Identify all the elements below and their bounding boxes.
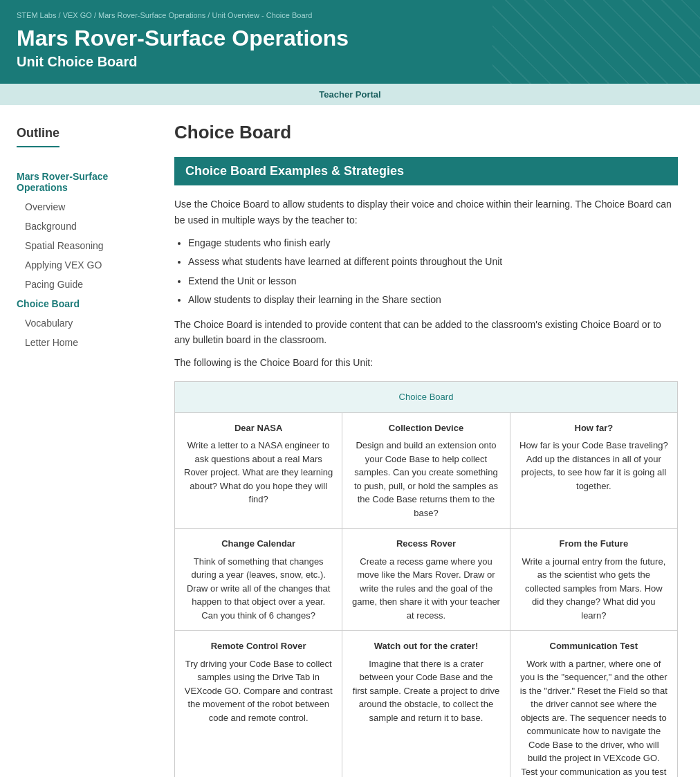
cell-title: Watch out for the crater! bbox=[351, 639, 501, 653]
sidebar: Outline Mars Rover-Surface OperationsOve… bbox=[0, 105, 152, 777]
table-row: Remote Control RoverTry driving your Cod… bbox=[175, 631, 678, 777]
table-cell-0-1: Collection DeviceDesign and build an ext… bbox=[342, 412, 510, 529]
sidebar-item-mars-rover[interactable]: Mars Rover-Surface Operations bbox=[17, 167, 141, 197]
following-text: The following is the Choice Board for th… bbox=[174, 355, 678, 370]
cell-title: Collection Device bbox=[351, 421, 501, 435]
table-cell-1-2: From the FutureWrite a journal entry fro… bbox=[510, 529, 677, 631]
choice-board-table: Choice Board Dear NASAWrite a letter to … bbox=[174, 381, 678, 777]
table-row: Dear NASAWrite a letter to a NASA engine… bbox=[175, 412, 678, 529]
table-cell-0-0: Dear NASAWrite a letter to a NASA engine… bbox=[175, 412, 342, 529]
table-cell-0-2: How far?How far is your Code Base travel… bbox=[510, 412, 677, 529]
main-content: Choice Board Choice Board Examples & Str… bbox=[152, 105, 700, 777]
cell-title: Remote Control Rover bbox=[183, 639, 333, 653]
cell-title: Communication Test bbox=[519, 639, 669, 653]
page-header: STEM Labs / VEX GO / Mars Rover-Surface … bbox=[0, 0, 700, 84]
table-cell-2-1: Watch out for the crater!Imagine that th… bbox=[342, 631, 510, 777]
intro-text: Use the Choice Board to allow students t… bbox=[174, 196, 678, 228]
sidebar-item-vocabulary[interactable]: Vocabulary bbox=[17, 313, 141, 333]
middle-text: The Choice Board is intended to provide … bbox=[174, 317, 678, 348]
choice-board-header-row: Choice Board bbox=[175, 382, 678, 413]
sidebar-item-overview[interactable]: Overview bbox=[17, 197, 141, 217]
sidebar-nav: Mars Rover-Surface OperationsOverviewBac… bbox=[17, 167, 141, 352]
teacher-portal-bar[interactable]: Teacher Portal bbox=[0, 84, 700, 105]
cell-title: Recess Rover bbox=[351, 537, 501, 551]
table-row: Change CalendarThink of something that c… bbox=[175, 529, 678, 631]
bullet-list: Engage students who finish earlyAssess w… bbox=[188, 235, 678, 309]
main-layout: Outline Mars Rover-Surface OperationsOve… bbox=[0, 105, 700, 777]
sidebar-item-choice-board[interactable]: Choice Board bbox=[17, 294, 141, 313]
header-subtitle: Unit Choice Board bbox=[17, 54, 683, 70]
breadcrumb: STEM Labs / VEX GO / Mars Rover-Surface … bbox=[17, 11, 683, 19]
bullet-item: Engage students who finish early bbox=[188, 235, 678, 252]
bullet-item: Allow students to display their learning… bbox=[188, 291, 678, 309]
cell-title: From the Future bbox=[519, 537, 669, 551]
header-title: Mars Rover-Surface Operations bbox=[17, 25, 683, 51]
cell-title: Change Calendar bbox=[183, 537, 333, 551]
sidebar-item-background[interactable]: Background bbox=[17, 217, 141, 236]
cell-title: How far? bbox=[519, 421, 669, 435]
info-box-title: Choice Board Examples & Strategies bbox=[185, 164, 404, 178]
cell-title: Dear NASA bbox=[183, 421, 333, 435]
sidebar-item-spatial-reasoning[interactable]: Spatial Reasoning bbox=[17, 236, 141, 255]
table-cell-1-0: Change CalendarThink of something that c… bbox=[175, 529, 342, 631]
page-title: Choice Board bbox=[174, 122, 678, 143]
sidebar-item-applying-vex-go[interactable]: Applying VEX GO bbox=[17, 255, 141, 275]
table-cell-2-0: Remote Control RoverTry driving your Cod… bbox=[175, 631, 342, 777]
choice-board-table-header: Choice Board bbox=[175, 382, 678, 413]
info-box: Choice Board Examples & Strategies bbox=[174, 157, 678, 185]
bullet-item: Assess what students have learned at dif… bbox=[188, 253, 678, 271]
sidebar-item-letter-home[interactable]: Letter Home bbox=[17, 333, 141, 352]
sidebar-outline-label: Outline bbox=[17, 126, 59, 147]
table-cell-2-2: Communication TestWork with a partner, w… bbox=[510, 631, 677, 777]
sidebar-item-pacing-guide[interactable]: Pacing Guide bbox=[17, 275, 141, 294]
bullet-item: Extend the Unit or lesson bbox=[188, 273, 678, 290]
table-cell-1-1: Recess RoverCreate a recess game where y… bbox=[342, 529, 510, 631]
